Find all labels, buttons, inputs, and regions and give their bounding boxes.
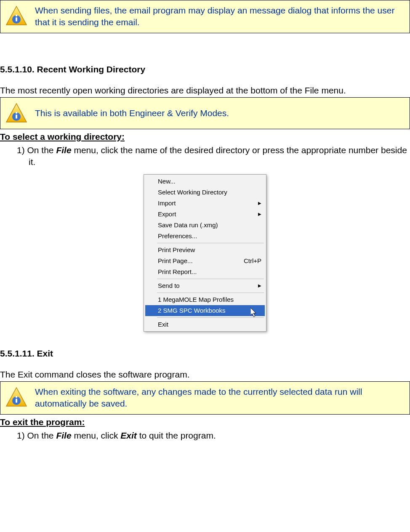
- subhead-select-directory: To select a working directory:: [0, 132, 410, 142]
- step-text: menu, click: [72, 431, 121, 440]
- menu-item-label: 1 MegaMOLE Map Profiles: [158, 296, 234, 303]
- svg-marker-8: [250, 308, 256, 317]
- info-note-sending-files: When sending files, the email program ma…: [0, 0, 410, 33]
- step-exit-program: 1) On the File menu, click Exit to quit …: [17, 430, 410, 442]
- step-text: to quit the program.: [137, 431, 216, 440]
- step-text-bold: File: [56, 145, 71, 155]
- svg-rect-11: [16, 399, 17, 403]
- step-text: 1) On the: [17, 431, 56, 440]
- menu-item[interactable]: Import▶: [145, 198, 265, 209]
- heading-exit: 5.5.1.11. Exit: [0, 348, 410, 359]
- info-note-modes: This is available in both Engineer & Ver…: [0, 97, 410, 129]
- file-menu-screenshot: New...Select Working DirectoryImport▶Exp…: [0, 174, 410, 332]
- menu-item-label: Import: [158, 200, 176, 207]
- svg-rect-2: [16, 17, 17, 21]
- intro-recent-working-directory: The most recently open working directori…: [0, 85, 410, 96]
- step-text-bold: File: [56, 431, 71, 440]
- heading-recent-working-directory: 5.5.1.10. Recent Working Directory: [0, 64, 410, 74]
- menu-item[interactable]: 1 MegaMOLE Map Profiles: [145, 294, 265, 305]
- submenu-arrow-icon: ▶: [258, 201, 261, 205]
- menu-separator: [157, 293, 264, 293]
- info-icon: [5, 103, 27, 125]
- step-select-directory: 1) On the File menu, click the name of t…: [17, 144, 410, 168]
- menu-item-label: Preferences...: [158, 232, 197, 239]
- menu-item-label: New...: [158, 178, 176, 185]
- menu-item-label: Print Report...: [158, 268, 197, 275]
- menu-item-label: Select Working Directory: [158, 189, 227, 196]
- menu-item[interactable]: Preferences...: [145, 231, 265, 242]
- menu-item-label: Print Preview: [158, 246, 195, 253]
- note-text: This is available in both Engineer & Ver…: [35, 107, 229, 119]
- menu-item[interactable]: Select Working Directory: [145, 187, 265, 198]
- svg-point-7: [16, 112, 17, 114]
- menu-item-label: Export: [158, 210, 176, 218]
- info-icon: [5, 387, 27, 409]
- menu-item[interactable]: Send to▶: [145, 280, 265, 291]
- step-text: menu, click the name of the desired dire…: [29, 145, 407, 167]
- menu-item[interactable]: Exit: [145, 319, 265, 330]
- menu-item-shortcut: Ctrl+P: [244, 257, 261, 264]
- menu-item[interactable]: Export▶: [145, 209, 265, 220]
- menu-item-label: Print Page...: [158, 257, 193, 264]
- menu-separator: [157, 279, 264, 279]
- menu-item-label: Save Data run (.xmg): [158, 221, 218, 229]
- info-note-exit-save: When exiting the software, any changes m…: [0, 381, 410, 415]
- menu-item[interactable]: 2 SMG SPC Workbooks: [145, 305, 265, 316]
- menu-item[interactable]: Save Data run (.xmg): [145, 220, 265, 231]
- menu-item-label: 2 SMG SPC Workbooks: [158, 307, 226, 314]
- note-text: When exiting the software, any changes m…: [35, 386, 405, 410]
- svg-point-12: [16, 396, 17, 398]
- svg-rect-6: [16, 114, 17, 119]
- submenu-arrow-icon: ▶: [258, 283, 261, 288]
- menu-separator: [157, 243, 264, 243]
- step-text: 1) On the: [17, 145, 56, 155]
- menu-item[interactable]: Print Report...: [145, 266, 265, 277]
- svg-point-3: [16, 15, 17, 16]
- info-icon: [5, 5, 27, 27]
- menu-item[interactable]: Print Preview: [145, 245, 265, 255]
- intro-exit: The Exit command closes the software pro…: [0, 369, 410, 380]
- menu-item-label: Send to: [158, 282, 180, 289]
- submenu-arrow-icon: ▶: [258, 212, 261, 216]
- subhead-exit-program: To exit the program:: [0, 417, 410, 427]
- menu-item-label: Exit: [158, 321, 168, 328]
- step-text-bold: Exit: [120, 431, 137, 440]
- note-text: When sending files, the email program ma…: [35, 5, 405, 29]
- menu-item[interactable]: New...: [145, 176, 265, 187]
- menu-item[interactable]: Print Page...Ctrl+P: [145, 255, 265, 266]
- menu-separator: [157, 317, 264, 318]
